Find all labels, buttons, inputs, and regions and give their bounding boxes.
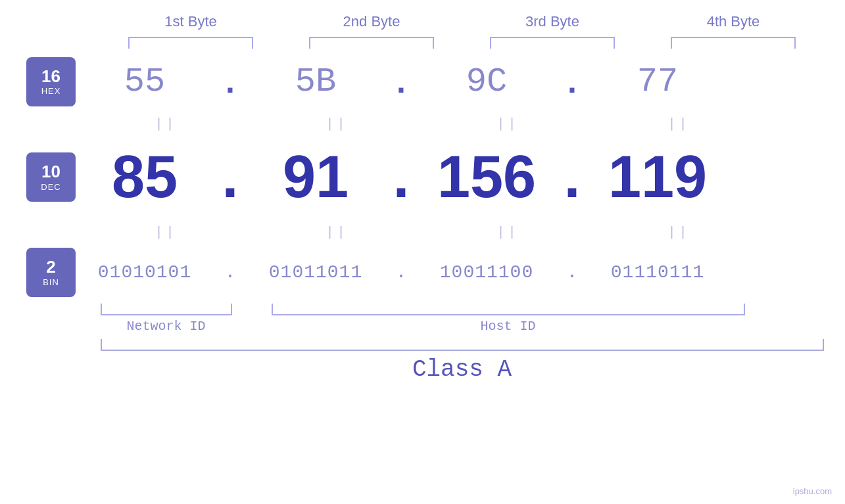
dec-byte4: 119 <box>592 143 723 211</box>
bin-dot2: . <box>381 262 421 283</box>
hex-dot2: . <box>381 62 421 101</box>
dec-b1-value: 85 <box>112 143 178 211</box>
dec-values-row: 85 . 91 . 156 . 119 <box>79 143 802 211</box>
dec-dot2-symbol: . <box>393 143 409 211</box>
watermark-text: ipshu.com <box>793 486 832 496</box>
dec-row: 10 DEC 85 . 91 . 156 . 119 <box>0 134 845 219</box>
hex-dot1-symbol: . <box>220 62 240 101</box>
equals-row-1: || || || || <box>101 111 824 134</box>
bin-dot1-symbol: . <box>225 262 236 283</box>
bin-byte1: 01010101 <box>79 262 210 283</box>
bin-byte4: 01110111 <box>592 262 723 283</box>
byte1-header: 1st Byte <box>118 13 263 30</box>
hex-b2-value: 5B <box>295 62 336 101</box>
byte2-header: 2nd Byte <box>299 13 444 30</box>
hex-values-row: 55 . 5B . 9C . 77 <box>79 62 802 101</box>
dec-b4-value: 119 <box>608 143 707 211</box>
hex-b3-value: 9C <box>466 62 507 101</box>
hex-byte3: 9C <box>421 62 552 101</box>
byte3-header: 3rd Byte <box>480 13 625 30</box>
dec-dot3: . <box>552 143 592 211</box>
bin-row: 2 BIN 01010101 . 01011011 . 10011100 . <box>0 242 845 302</box>
eq1-b4-symbol: || <box>667 115 690 131</box>
eq2-b2-symbol: || <box>326 223 348 239</box>
byte-headers: 1st Byte 2nd Byte 3rd Byte 4th Byte <box>101 13 824 30</box>
eq2-b2: || <box>272 223 403 239</box>
bin-dot3-symbol: . <box>567 262 578 283</box>
eq2-b4-symbol: || <box>667 223 690 239</box>
dec-dot1-symbol: . <box>222 143 238 211</box>
dec-b3-value: 156 <box>437 143 536 211</box>
hex-row: 16 HEX 55 . 5B . 9C . 77 <box>0 52 845 111</box>
hex-base-label: HEX <box>41 86 61 96</box>
eq1-b1: || <box>101 115 232 131</box>
top-bracket-3 <box>490 37 615 49</box>
eq2-b3: || <box>443 223 574 239</box>
host-bracket <box>272 304 745 315</box>
hex-badge: 16 HEX <box>26 57 76 106</box>
dec-byte2: 91 <box>250 143 381 211</box>
top-bracket-2 <box>309 37 434 49</box>
bin-b2-value: 01011011 <box>269 262 362 283</box>
dec-b2-value: 91 <box>283 143 349 211</box>
hex-byte2: 5B <box>250 62 381 101</box>
dec-dot2: . <box>381 143 421 211</box>
hex-b4-value: 77 <box>637 62 678 101</box>
top-bracket-4 <box>671 37 796 49</box>
network-id-label-container: Network ID <box>101 319 232 334</box>
id-labels-row: Network ID Host ID <box>101 319 824 334</box>
hex-dot2-symbol: . <box>391 62 411 101</box>
eq2-b1: || <box>101 223 232 239</box>
dec-base-num: 10 <box>41 162 60 182</box>
class-a-container: Class A <box>101 356 824 383</box>
eq1-b2: || <box>272 115 403 131</box>
bottom-brackets <box>101 304 824 315</box>
hex-byte1: 55 <box>79 62 210 101</box>
bin-base-num: 2 <box>46 257 55 277</box>
eq2-b4: || <box>614 223 745 239</box>
hex-byte4: 77 <box>592 62 723 101</box>
eq2-b1-symbol: || <box>155 223 177 239</box>
dec-badge: 10 DEC <box>26 152 76 202</box>
eq1-b3: || <box>443 115 574 131</box>
bin-byte3: 10011100 <box>421 262 552 283</box>
eq1-b3-symbol: || <box>496 115 519 131</box>
hex-dot3: . <box>552 62 592 101</box>
bin-badge: 2 BIN <box>26 248 76 297</box>
dec-base-label: DEC <box>41 182 60 192</box>
eq1-b1-symbol: || <box>155 115 177 131</box>
top-brackets <box>101 37 824 49</box>
bin-values-row: 01010101 . 01011011 . 10011100 . 0111011… <box>79 262 802 283</box>
main-container: 1st Byte 2nd Byte 3rd Byte 4th Byte 16 H… <box>0 0 845 504</box>
watermark: ipshu.com <box>793 486 832 497</box>
bin-dot2-symbol: . <box>396 262 407 283</box>
host-id-label-container: Host ID <box>272 319 745 334</box>
dec-dot1: . <box>210 143 250 211</box>
bin-b1-value: 01010101 <box>98 262 191 283</box>
class-a-label: Class A <box>412 356 512 383</box>
bin-b3-value: 10011100 <box>440 262 533 283</box>
bin-dot3: . <box>552 262 592 283</box>
eq1-b4: || <box>614 115 745 131</box>
network-id-label: Network ID <box>126 319 205 334</box>
top-bracket-1 <box>128 37 253 49</box>
host-id-label: Host ID <box>480 319 535 334</box>
eq2-b3-symbol: || <box>496 223 519 239</box>
equals-row-2: || || || || <box>101 219 824 242</box>
class-bracket <box>101 339 824 351</box>
hex-dot1: . <box>210 62 250 101</box>
bin-byte2: 01011011 <box>250 262 381 283</box>
bin-b4-value: 01110111 <box>611 262 704 283</box>
byte4-header: 4th Byte <box>661 13 806 30</box>
hex-base-num: 16 <box>41 67 60 86</box>
eq1-b2-symbol: || <box>326 115 348 131</box>
network-bracket <box>101 304 232 315</box>
dec-dot3-symbol: . <box>564 143 580 211</box>
hex-dot3-symbol: . <box>562 62 582 101</box>
dec-byte1: 85 <box>79 143 210 211</box>
dec-byte3: 156 <box>421 143 552 211</box>
hex-b1-value: 55 <box>124 62 165 101</box>
bin-dot1: . <box>210 262 250 283</box>
bin-base-label: BIN <box>43 277 59 287</box>
